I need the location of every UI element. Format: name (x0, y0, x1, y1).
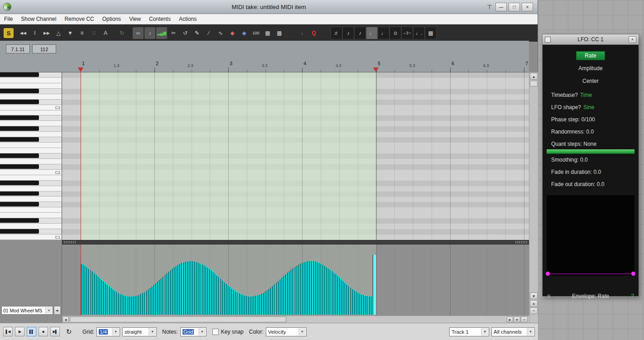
note-length-1-8-button[interactable]: ♪ (354, 27, 366, 39)
minimize-button[interactable]: — (495, 3, 507, 11)
piano-key-white[interactable] (0, 207, 62, 213)
next-measure-button[interactable]: ▶▶ (41, 27, 52, 39)
snap-to-grid-button[interactable]: ♪ (144, 27, 155, 39)
note-dotted-button[interactable]: ♩. (413, 27, 425, 39)
menu-contents[interactable]: Contents (145, 14, 175, 24)
piano-key-white[interactable] (0, 224, 62, 229)
envelope-point-start[interactable] (546, 272, 550, 276)
menu-options[interactable]: Options (98, 14, 125, 24)
cc-lane-spinner[interactable]: ◂▸ (54, 306, 61, 315)
menu-actions[interactable]: Actions (175, 14, 201, 24)
scroll-down-arrow[interactable]: ▾ (530, 292, 538, 299)
note-grid[interactable] (62, 72, 529, 240)
timeline-ruler[interactable]: 1 2 3 4 5 6 7 1.3 2.3 3.3 4.3 5.3 6.3 (62, 41, 529, 72)
titlebar[interactable]: MIDI take: untitled MIDI item ⊤ — □ × (0, 0, 538, 14)
piano-key-black[interactable] (0, 100, 62, 105)
scroll-left-arrow[interactable]: ◂ (62, 316, 69, 322)
velocity-stems-button[interactable]: ▂▄▆ (156, 27, 167, 39)
lfo-fade-out-row[interactable]: Fade out duration: 0.0 (543, 178, 639, 191)
piano-key-black[interactable] (0, 153, 62, 159)
piano-key-white[interactable] (0, 143, 62, 148)
piano-key-white[interactable] (0, 121, 62, 126)
pitch-up-button[interactable]: △ (53, 27, 64, 39)
lfo-smoothing-row[interactable]: Smoothing: 0.0 (543, 154, 639, 166)
note-length-1-16-button[interactable]: ♬ (331, 27, 342, 39)
lfo-center-button[interactable]: Center (543, 77, 639, 86)
key-snap-checkbox[interactable] (212, 329, 219, 335)
notes-dropdown[interactable]: Grid ▾ (180, 327, 207, 336)
piano-key-white[interactable] (0, 94, 62, 100)
lfo-close-button[interactable]: × (629, 36, 636, 43)
piano-key-black[interactable] (0, 202, 62, 207)
cc-lane-selector[interactable]: 01 Mod Wheel MS ▾ (1, 306, 53, 315)
cc-lane-divider[interactable] (62, 240, 529, 244)
envelope-segment[interactable] (548, 273, 633, 274)
piano-keys[interactable]: C3C2C1 (0, 72, 62, 240)
stop-button[interactable]: ■ (38, 327, 48, 336)
lfo-help-button[interactable]: ? (631, 292, 634, 300)
horizontal-scroll-thumb[interactable] (70, 316, 286, 322)
horizontal-zoom-in-button[interactable]: + (514, 316, 520, 322)
scroll-up-arrow[interactable]: ▴ (530, 73, 538, 80)
sync-playback-button[interactable]: ↻ (116, 27, 127, 39)
color-map-button[interactable]: ∷ (88, 27, 99, 39)
link-editors-button[interactable]: ∞ (133, 27, 144, 39)
piano-key-black[interactable] (0, 218, 62, 224)
track-dropdown[interactable]: Track 1 ▾ (449, 327, 489, 336)
piano-key-white[interactable] (0, 213, 62, 218)
lfo-shape-row[interactable]: LFO shape?Sine (543, 101, 639, 114)
cc-event-bar[interactable] (371, 297, 373, 315)
scroll-right-arrow[interactable]: ▸ (507, 316, 513, 322)
draw-pencil-button[interactable]: ✎ (192, 27, 202, 39)
play-button[interactable]: ▶ (15, 327, 24, 336)
edit-cursor-cc[interactable] (81, 244, 81, 316)
repeat-button[interactable]: ↻ (64, 327, 74, 337)
line-ramp-button[interactable]: ∕ (203, 27, 214, 39)
lfo-rate-button[interactable]: Rate (576, 51, 605, 60)
horizontal-scrollbar[interactable]: ◂ ▸ + − (62, 316, 529, 323)
piano-key-black[interactable] (0, 229, 62, 235)
lfo-fade-in-row[interactable]: Fade in duration: 0.0 (543, 166, 639, 178)
piano-key-black[interactable] (0, 115, 62, 121)
piano-key-black[interactable] (0, 137, 62, 143)
note-length-1-2-button[interactable]: ♩ (378, 27, 389, 39)
note-triplet-button[interactable]: ⌐3¬ (401, 27, 413, 39)
piano-key-white[interactable] (0, 175, 62, 181)
piano-key-white[interactable]: C2 (0, 170, 62, 175)
maximize-button[interactable]: □ (509, 3, 520, 11)
piano-key-black[interactable] (0, 89, 62, 94)
note-names-button[interactable]: A (100, 27, 111, 39)
lfo-timebase-row[interactable]: Timebase?Time (543, 89, 639, 101)
piano-key-white[interactable] (0, 197, 62, 202)
cc-marker-blue-button[interactable]: ◆ (239, 27, 250, 39)
piano-key-black[interactable] (0, 181, 62, 186)
grid-swing-dropdown[interactable]: straight ▾ (122, 327, 157, 336)
go-to-end-button[interactable]: ▶▌ (50, 327, 60, 336)
vertical-zoom-out-button[interactable]: − (530, 307, 538, 314)
menu-remove-cc[interactable]: Remove CC (60, 14, 98, 24)
go-to-start-button[interactable]: ▌◀ (3, 327, 13, 336)
divider-drag-handle-left[interactable] (63, 241, 76, 244)
lfo-randomness-row[interactable]: Randomness: 0.0 (543, 126, 639, 138)
note-length-1-4-button[interactable]: ♩ (366, 27, 378, 39)
grid-pattern-a-button[interactable]: ▦ (262, 27, 273, 39)
pitch-down-button[interactable]: ▼ (65, 27, 76, 39)
note-grid-button[interactable]: ▦ (425, 27, 437, 39)
piano-key-white[interactable] (0, 159, 62, 164)
lfo-timebase-value[interactable]: Time (580, 92, 592, 98)
lfo-shape-value[interactable]: Sine (583, 104, 594, 110)
piano-key-white[interactable] (0, 148, 62, 153)
pause-button[interactable]: ▌▌ (27, 327, 36, 336)
split-notes-button[interactable]: ✂ (168, 27, 179, 39)
menu-file[interactable]: File (0, 14, 17, 24)
channels-dropdown[interactable]: All channels ▾ (491, 327, 535, 336)
vertical-scroll-thumb[interactable] (530, 81, 538, 86)
cc-last-event-bar[interactable] (373, 255, 376, 315)
lfo-menu-icon[interactable]: ≡ (547, 292, 550, 300)
piano-key-white[interactable] (0, 83, 62, 89)
note-length-1-8t-button[interactable]: ♪ (342, 27, 354, 39)
divider-drag-handle-right[interactable] (515, 241, 528, 244)
cc-marker-red-button[interactable]: ◆ (227, 27, 238, 39)
loop-end-marker[interactable] (373, 67, 379, 72)
color-mode-dropdown[interactable]: Velocity ▾ (266, 327, 307, 336)
